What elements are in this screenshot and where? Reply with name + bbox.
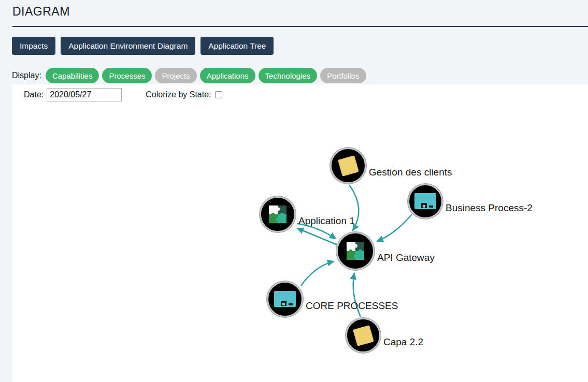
node-label-core-processes: CORE PROCESSES bbox=[306, 300, 398, 312]
node-label-api-gateway: API Gateway bbox=[377, 252, 435, 263]
application-tree-button[interactable]: Application Tree bbox=[200, 37, 274, 55]
node-label-gestion-des-clients: Gestion des clients bbox=[369, 167, 452, 178]
node-circle-business-process-2[interactable] bbox=[408, 184, 443, 219]
display-pill-technologies[interactable]: Technologies bbox=[259, 68, 318, 83]
display-pill-portfolios[interactable]: Portfolios bbox=[320, 68, 366, 83]
application-environment-diagram-button[interactable]: Application Environment Diagram bbox=[61, 37, 195, 55]
page-title: DIAGRAM bbox=[12, 5, 70, 19]
title-divider bbox=[12, 26, 588, 27]
display-pill-applications[interactable]: Applications bbox=[200, 68, 255, 83]
process-board-icon bbox=[414, 193, 437, 210]
date-input[interactable] bbox=[47, 88, 122, 101]
application-puzzle-icon bbox=[346, 241, 365, 261]
node-circle-api-gateway[interactable] bbox=[336, 232, 375, 270]
node-circle-application-1[interactable] bbox=[260, 196, 296, 232]
diagram-panel: Date: Colorize by State: bbox=[12, 84, 588, 382]
node-circle-gestion-des-clients[interactable] bbox=[330, 148, 366, 184]
colorize-by-state-checkbox[interactable] bbox=[215, 91, 222, 98]
diagram-toolbar: Impacts Application Environment Diagram … bbox=[12, 37, 274, 55]
date-row: Date: Colorize by State: bbox=[24, 88, 222, 101]
node-label-capa-2-2: Capa 2.2 bbox=[383, 336, 423, 348]
node-label-business-process-2: Business Process-2 bbox=[446, 202, 533, 214]
display-pill-projects[interactable]: Projects bbox=[155, 68, 196, 83]
display-pill-processes[interactable]: Processes bbox=[102, 68, 152, 83]
display-label: Display: bbox=[12, 71, 41, 80]
display-filter-row: Display: CapabilitiesProcessesProjectsAp… bbox=[12, 68, 366, 83]
node-circle-core-processes[interactable] bbox=[267, 281, 303, 317]
display-pill-capabilities[interactable]: Capabilities bbox=[46, 68, 99, 83]
application-puzzle-icon bbox=[268, 204, 288, 224]
node-label-application-1: Application 1 bbox=[298, 215, 355, 227]
capability-icon bbox=[338, 155, 359, 177]
date-label: Date: bbox=[24, 90, 44, 99]
colorize-by-state-label: Colorize by State: bbox=[146, 90, 211, 99]
capability-icon bbox=[353, 325, 374, 346]
node-circle-capa-2-2[interactable] bbox=[346, 318, 381, 353]
process-board-icon bbox=[274, 290, 296, 308]
impacts-button[interactable]: Impacts bbox=[12, 37, 55, 55]
